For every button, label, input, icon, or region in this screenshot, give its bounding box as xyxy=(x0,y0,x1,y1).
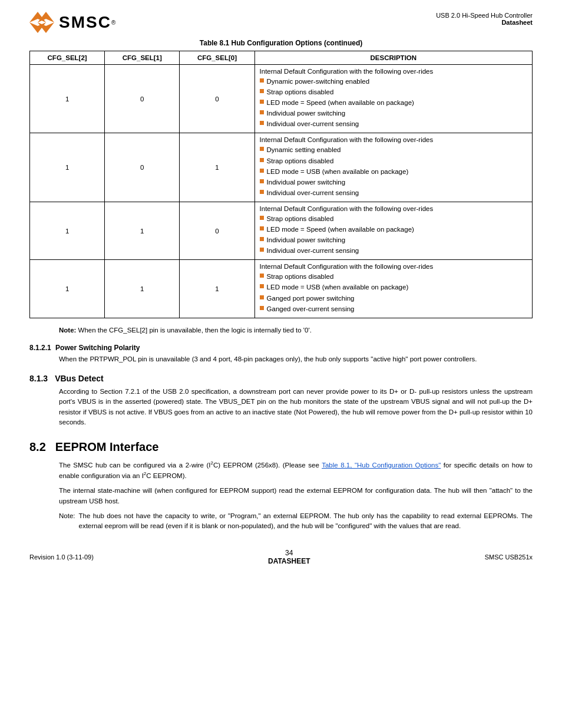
product-title: USB 2.0 Hi-Speed Hub Controller xyxy=(436,12,533,19)
list-item: Ganged over-current sensing xyxy=(260,304,527,314)
section-821-number: 8.1.2.1 xyxy=(29,344,51,352)
page-header: SMSC® USB 2.0 Hi-Speed Hub Controller Da… xyxy=(29,12,533,33)
bullet-icon xyxy=(260,216,264,220)
bullet-icon xyxy=(260,248,264,252)
bullet-icon xyxy=(260,78,264,83)
bullet-icon xyxy=(260,237,264,241)
config-table: CFG_SEL[2] CFG_SEL[1] CFG_SEL[0] DESCRIP… xyxy=(29,51,533,318)
desc-intro: Internal Default Configuration with the … xyxy=(260,136,527,143)
bullet-text: LED mode = Speed (when available on pack… xyxy=(267,225,414,234)
section-813-number: 8.1.3 xyxy=(29,374,48,383)
bullet-icon xyxy=(260,169,264,173)
cell-cfg1: 1 xyxy=(105,260,180,318)
bullet-text: Strap options disabled xyxy=(267,87,334,97)
desc-bullet-list: Strap options disabledLED mode = Speed (… xyxy=(260,214,527,255)
bullet-text: Individual over-current sensing xyxy=(267,119,359,129)
bullet-text: Strap options disabled xyxy=(267,272,334,281)
cell-cfg1: 1 xyxy=(105,202,180,259)
desc-intro: Internal Default Configuration with the … xyxy=(260,263,527,270)
desc-bullet-list: Dynamic power-switching enabledStrap opt… xyxy=(260,77,527,129)
cell-description: Internal Default Configuration with the … xyxy=(254,65,532,133)
bullet-icon xyxy=(260,121,264,125)
desc-intro: Internal Default Configuration with the … xyxy=(260,205,527,212)
cell-cfg0: 1 xyxy=(180,260,254,318)
note-label: Note: xyxy=(59,327,76,334)
page-footer: Revision 1.0 (3-11-09) 34 DATASHEET SMSC… xyxy=(29,549,533,565)
bullet-text: LED mode = USB (when available on packag… xyxy=(267,282,409,292)
note-text: When the CFG_SEL[2] pin is unavailable, … xyxy=(78,327,312,334)
section-813-body: According to Section 7.2.1 of the USB 2.… xyxy=(59,387,533,427)
section-813: 8.1.3 VBus Detect According to Section 7… xyxy=(29,374,533,427)
table-row: 111Internal Default Configuration with t… xyxy=(30,260,533,318)
bullet-icon xyxy=(260,274,264,278)
logo-area: SMSC® xyxy=(29,12,115,33)
bullet-icon xyxy=(260,284,264,288)
logo-text-area: SMSC® xyxy=(59,13,115,32)
bullet-icon xyxy=(260,226,264,230)
bullet-text: Strap options disabled xyxy=(267,214,334,223)
col-header-cfg0: CFG_SEL[0] xyxy=(180,51,254,65)
section-821-title: Power Switching Polarity xyxy=(55,344,140,352)
bullet-text: Individual over-current sensing xyxy=(267,246,359,255)
section-813-heading: 8.1.3 VBus Detect xyxy=(29,374,533,383)
logo-registered: ® xyxy=(111,19,115,26)
list-item: LED mode = Speed (when available on pack… xyxy=(260,98,527,107)
cell-cfg2: 1 xyxy=(30,133,105,202)
section-821-heading: 8.1.2.1 Power Switching Polarity xyxy=(29,344,533,352)
bullet-icon xyxy=(260,295,264,299)
cell-cfg2: 1 xyxy=(30,202,105,259)
footer-datasheet: DATASHEET xyxy=(268,557,310,565)
cell-cfg1: 0 xyxy=(105,133,180,202)
table-row: 101Internal Default Configuration with t… xyxy=(30,133,533,202)
bullet-text: LED mode = Speed (when available on pack… xyxy=(267,98,414,107)
logo-text: SMSC xyxy=(59,13,111,31)
bullet-text: Ganged port power switching xyxy=(267,294,355,303)
bullet-text: Strap options disabled xyxy=(267,156,334,166)
list-item: Dynamic power-switching enabled xyxy=(260,77,527,86)
table-title: Table 8.1 Hub Configuration Options (con… xyxy=(29,39,533,47)
table-note: Note: When the CFG_SEL[2] pin is unavail… xyxy=(59,325,533,335)
smsc-logo-icon xyxy=(29,12,54,33)
table-row: 110Internal Default Configuration with t… xyxy=(30,202,533,259)
cell-cfg2: 1 xyxy=(30,260,105,318)
section-82-title-text: EEPROM Interface xyxy=(55,440,159,454)
list-item: Individual power switching xyxy=(260,235,527,245)
list-item: Strap options disabled xyxy=(260,87,527,97)
bullet-icon xyxy=(260,100,264,104)
section-82-number: 8.2 xyxy=(29,440,46,454)
col-header-desc: DESCRIPTION xyxy=(254,51,532,65)
bullet-text: Individual over-current sensing xyxy=(267,188,359,197)
cell-description: Internal Default Configuration with the … xyxy=(254,202,532,259)
cell-cfg0: 1 xyxy=(180,133,254,202)
desc-bullet-list: Dynamic setting enabledStrap options dis… xyxy=(260,145,527,197)
bullet-text: Ganged over-current sensing xyxy=(267,304,355,314)
bullet-text: LED mode = USB (when available on packag… xyxy=(267,167,409,176)
footer-page-number: 34 xyxy=(268,549,310,557)
bullet-icon xyxy=(260,179,264,183)
list-item: Individual over-current sensing xyxy=(260,246,527,255)
table-header-row: CFG_SEL[2] CFG_SEL[1] CFG_SEL[0] DESCRIP… xyxy=(30,51,533,65)
section-821: 8.1.2.1 Power Switching Polarity When th… xyxy=(29,344,533,364)
list-item: Individual over-current sensing xyxy=(260,119,527,129)
section-82-note-label: Note: xyxy=(59,511,75,521)
table-link[interactable]: Table 8.1, "Hub Configuration Options" xyxy=(322,462,441,469)
bullet-icon xyxy=(260,147,264,151)
cell-cfg0: 0 xyxy=(180,65,254,133)
bullet-icon xyxy=(260,306,264,310)
footer-revision: Revision 1.0 (3-11-09) xyxy=(29,554,94,561)
section-82: 8.2 EEPROM Interface The SMSC hub can be… xyxy=(29,440,533,531)
section-82-para1: The SMSC hub can be configured via a 2-w… xyxy=(59,460,533,481)
bullet-text: Dynamic setting enabled xyxy=(267,145,341,154)
list-item: LED mode = USB (when available on packag… xyxy=(260,167,527,176)
bullet-text: Individual power switching xyxy=(267,177,346,187)
bullet-text: Individual power switching xyxy=(267,235,346,245)
bullet-icon xyxy=(260,89,264,93)
cell-cfg0: 0 xyxy=(180,202,254,259)
cell-cfg2: 1 xyxy=(30,65,105,133)
datasheet-label: Datasheet xyxy=(436,19,533,26)
bullet-text: Dynamic power-switching enabled xyxy=(267,77,370,86)
col-header-cfg1: CFG_SEL[1] xyxy=(105,51,180,65)
list-item: Dynamic setting enabled xyxy=(260,145,527,154)
list-item: Strap options disabled xyxy=(260,156,527,166)
list-item: Individual power switching xyxy=(260,177,527,187)
